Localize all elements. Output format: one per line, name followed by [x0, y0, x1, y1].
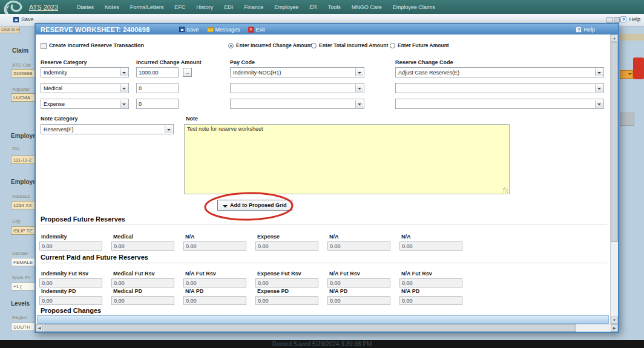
claim-section-heading: Claim	[12, 47, 28, 54]
radio-icon	[390, 43, 395, 48]
menu-item-employee[interactable]: Employee	[269, 4, 304, 10]
create-incurred-checkbox[interactable]	[41, 43, 47, 49]
pfr-value-2[interactable]	[111, 241, 174, 251]
scroll-right-icon[interactable]	[611, 324, 618, 332]
reserve-change-code-select-3[interactable]	[395, 99, 604, 109]
cpf-pd-header-2: Medical PD	[113, 288, 142, 294]
cpf-pd-value-3[interactable]	[183, 296, 246, 305]
save-icon	[179, 27, 185, 32]
col-header-reserve-change-code: Reserve Change Code	[395, 59, 453, 65]
pay-code-select-1[interactable]: Indemnity-NOC(H1)	[230, 67, 364, 77]
cpf-pd-value-1[interactable]	[39, 296, 102, 305]
chevron-down-icon	[355, 84, 363, 92]
reserve-category-select-1[interactable]: Indemnity	[41, 67, 129, 77]
menu-item-notes[interactable]: Notes	[99, 4, 125, 10]
menu-item-finance[interactable]: Finance	[238, 4, 269, 10]
select-value: Reserves(F)	[44, 126, 163, 133]
address-label: Address	[12, 194, 30, 199]
menu-item-history[interactable]: History	[191, 4, 218, 10]
scroll-up-icon[interactable]	[611, 34, 618, 42]
cpf-fut-value-6[interactable]	[399, 278, 462, 287]
cpf-fut-value-3[interactable]	[183, 278, 246, 287]
menu-item-tools[interactable]: Tools	[323, 4, 346, 10]
scroll-down-icon[interactable]	[611, 317, 618, 324]
incurred-amount-input-2[interactable]	[136, 83, 179, 93]
levels-section-heading: Levels	[11, 300, 30, 307]
toolbar-window-icon[interactable]	[606, 17, 613, 23]
pfr-value-3[interactable]	[183, 241, 246, 251]
note-category-select[interactable]: Reserves(F)	[41, 124, 174, 134]
radio-enter-total-incurred-amount[interactable]: Enter Total Incurred Amount	[311, 42, 388, 49]
cpf-fut-value-4[interactable]	[255, 278, 318, 287]
background-fragment-tab	[620, 34, 644, 41]
cpf-fut-header-6: N/A Fut Rsv	[401, 271, 432, 277]
menu-item-employee-claims[interactable]: Employee Claims	[387, 4, 441, 10]
toolbar-help-button[interactable]: Help	[620, 16, 640, 22]
pfr-header-3: N/A	[185, 234, 195, 240]
amount-more-button[interactable]: ...	[183, 68, 192, 77]
add-to-proposed-grid-button[interactable]: Add to Proposed Grid	[217, 200, 292, 211]
adjuster-label: Adjuster	[12, 87, 30, 92]
reserve-category-select-2[interactable]: Medical	[41, 83, 129, 93]
note-textarea[interactable]: Test note for reserve worksheet	[184, 124, 510, 194]
modal-horizontal-scrollbar[interactable]	[36, 324, 618, 332]
modal-vertical-scrollbar[interactable]	[610, 34, 618, 324]
pfr-value-5[interactable]	[327, 241, 390, 251]
application-window: ATS 2023 Diaries Notes Forms/Letters EFC…	[0, 0, 644, 348]
dialog-messages-button[interactable]: Messages	[207, 27, 240, 33]
cpf-pd-value-4[interactable]	[255, 296, 318, 305]
pfr-value-6[interactable]	[399, 241, 462, 251]
pay-code-select-2[interactable]	[230, 83, 364, 93]
chevron-down-icon	[355, 100, 363, 108]
select-value: Expense	[44, 101, 119, 107]
city-label: City	[12, 218, 21, 224]
cpf-pd-value-6[interactable]	[399, 296, 462, 305]
vertical-scroll-thumb[interactable]	[611, 42, 618, 242]
chevron-down-icon	[628, 73, 632, 77]
menu-item-diaries[interactable]: Diaries	[71, 4, 99, 10]
app-title[interactable]: ATS 2023	[29, 4, 58, 11]
scroll-left-icon[interactable]	[36, 324, 43, 332]
pfr-value-1[interactable]	[39, 241, 102, 251]
background-fragment-box	[620, 113, 634, 126]
dialog-help-button[interactable]: Help	[576, 24, 595, 34]
pfr-value-4[interactable]	[255, 241, 318, 251]
note-label: Note	[186, 116, 198, 122]
menu-item-mngo-care[interactable]: MNGO Care	[346, 4, 387, 10]
cpf-fut-header-2: Medical Fut Rsv	[113, 271, 155, 277]
dialog-save-button[interactable]: Save	[179, 27, 199, 33]
menu-item-er[interactable]: ER	[304, 4, 323, 10]
radio-enter-future-amount[interactable]: Enter Future Amount	[390, 42, 449, 49]
proposed-changes-title: Proposed Changes	[41, 307, 607, 316]
click-to-hide-tab[interactable]: Click to Hide	[0, 27, 20, 33]
cpf-fut-value-2[interactable]	[111, 278, 174, 287]
select-value: Adjust Case Reserves(E)	[398, 70, 594, 76]
incurred-amount-input-3[interactable]	[136, 99, 179, 109]
cpf-pd-value-2[interactable]	[111, 296, 174, 305]
cpf-pd-value-5[interactable]	[327, 296, 390, 305]
menu-item-edi[interactable]: EDI	[218, 4, 238, 10]
reserve-change-code-select-2[interactable]	[395, 83, 604, 93]
cpf-fut-value-1[interactable]	[39, 278, 102, 287]
cpf-fut-header-5: N/A Fut Rsv	[329, 271, 360, 277]
cpf-pd-header-1: Indemnity PD	[41, 288, 76, 294]
incurred-amount-input-1[interactable]	[136, 67, 179, 77]
cpf-fut-value-5[interactable]	[327, 278, 390, 287]
background-dropdown-fragment	[620, 70, 633, 79]
add-button-label: Add to Proposed Grid	[230, 202, 287, 208]
col-header-reserve-category: Reserve Category	[41, 59, 87, 65]
horizontal-scroll-thumb[interactable]	[44, 324, 576, 332]
dialog-exit-button[interactable]: Exit	[248, 27, 265, 33]
radio-enter-incurred-change-amount[interactable]: Enter Incurred Change Amount	[228, 42, 312, 49]
select-value: Indemnity	[44, 70, 119, 76]
menu-item-efc[interactable]: EFC	[169, 4, 191, 10]
pfr-header-4: Expense	[257, 234, 280, 240]
reserve-category-select-3[interactable]: Expense	[41, 99, 129, 109]
pfr-header-6: N/A	[401, 234, 411, 240]
pay-code-select-3[interactable]	[230, 99, 364, 109]
note-category-label: Note Category	[41, 116, 78, 122]
dialog-header[interactable]: RESERVE WORKSHEET: 2400698 Save Messages…	[36, 24, 618, 34]
reserve-change-code-select-1[interactable]: Adjust Case Reserves(E)	[395, 67, 604, 77]
toolbar-settings-icon[interactable]	[614, 17, 620, 23]
menu-item-forms-letters[interactable]: Forms/Letters	[125, 4, 169, 10]
